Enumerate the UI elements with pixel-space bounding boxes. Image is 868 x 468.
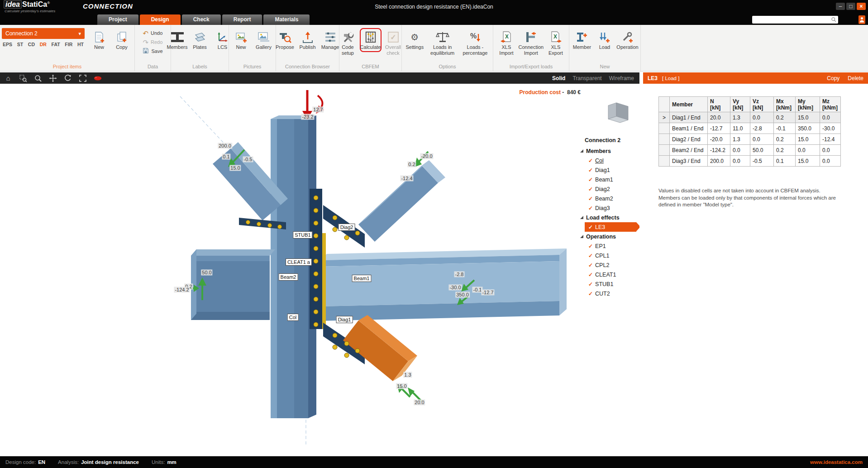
calculate-button[interactable]: Calculate xyxy=(360,28,382,52)
code-st[interactable]: ST xyxy=(17,42,23,47)
connection-import-button[interactable]: Connection Import xyxy=(519,28,544,57)
app-window: ideaStatiCa® Calculate yesterday's estim… xyxy=(0,0,868,468)
new-project-item-button[interactable]: New xyxy=(88,28,110,52)
zoom-window-button[interactable] xyxy=(19,74,28,83)
pan-button[interactable] xyxy=(48,74,57,83)
tree-item-diag1[interactable]: ✓Diag1 xyxy=(578,165,639,175)
tree-item-cpl1[interactable]: ✓CPL1 xyxy=(578,251,639,260)
xls-export-button[interactable]: X XLS Export xyxy=(544,28,567,57)
close-button[interactable]: × xyxy=(857,3,866,10)
minimize-button[interactable]: – xyxy=(836,3,845,10)
tab-report[interactable]: Report xyxy=(222,14,262,25)
gear-icon: ⚙ xyxy=(410,30,419,44)
tree-item-beam2[interactable]: ✓Beam2 xyxy=(578,194,639,203)
propose-icon xyxy=(279,30,291,44)
table-row-diag3-end[interactable]: Diag3 / End200.00.0-0.50.115.00.0 xyxy=(659,156,841,167)
website-link[interactable]: www.ideastatica.com xyxy=(810,459,863,465)
maximize-button[interactable]: □ xyxy=(846,3,855,10)
display-mode-solid[interactable]: Solid xyxy=(552,75,565,81)
ribbon-group-connection-browser: Propose Publish Manage Connection Browse… xyxy=(276,25,339,71)
overall-check-button[interactable]: ✓ Overall check xyxy=(382,28,404,57)
undo-button[interactable]: ↶ Undo xyxy=(141,29,164,37)
settings-button[interactable]: ⚙ Settings xyxy=(404,28,426,52)
diag2-member[interactable] xyxy=(358,160,445,242)
tree-section-load-effects[interactable]: Load effects xyxy=(578,213,639,222)
orientation-widget[interactable] xyxy=(608,103,628,123)
tree-item-cut2[interactable]: ✓CUT2 xyxy=(578,289,639,298)
save-button[interactable]: Save xyxy=(141,47,164,55)
tab-check[interactable]: Check xyxy=(182,14,221,25)
table-row-beam1-end[interactable]: Beam1 / End-12.711.0-2.8-0.1350.0-30.0 xyxy=(659,123,841,134)
calculate-icon xyxy=(364,30,377,44)
tree-item-diag2[interactable]: ✓Diag2 xyxy=(578,184,639,194)
code-dr[interactable]: DR xyxy=(40,42,47,47)
xls-import-button[interactable]: X XLS Import xyxy=(495,28,518,57)
tab-design[interactable]: Design xyxy=(140,14,181,25)
display-modes: SolidTransparentWireframe xyxy=(552,75,636,81)
publish-button[interactable]: Publish xyxy=(297,28,319,52)
search-box[interactable] xyxy=(752,16,838,24)
xls-import-icon: X xyxy=(500,30,513,44)
tab-materials[interactable]: Materials xyxy=(263,14,310,25)
search-input[interactable] xyxy=(754,17,831,23)
viewport-toolbar: ⌂ SolidTransparent xyxy=(0,72,639,84)
group-label-connection-browser: Connection Browser xyxy=(276,63,339,71)
zoom-fit-button[interactable] xyxy=(78,74,87,83)
connection-selector[interactable]: Connection 2 ▾ xyxy=(2,28,85,39)
tree-item-diag3[interactable]: ✓Diag3 xyxy=(578,203,639,213)
col-member[interactable] xyxy=(271,115,316,418)
tree-item-cpl2[interactable]: ✓CPL2 xyxy=(578,260,639,270)
code-ht[interactable]: HT xyxy=(77,42,84,47)
tree-item-le3[interactable]: ✓LE3 xyxy=(585,222,636,232)
members-labels-button[interactable]: Members xyxy=(167,28,188,52)
display-mode-wireframe[interactable]: Wireframe xyxy=(609,75,634,81)
paint-results-button[interactable] xyxy=(93,74,102,83)
user-account-icon[interactable] xyxy=(858,15,865,24)
code-setup-button[interactable]: Code setup xyxy=(337,28,359,57)
copy-project-item-button[interactable]: Copy xyxy=(111,28,133,52)
home-view-button[interactable]: ⌂ xyxy=(4,74,13,83)
tree-section-members[interactable]: Members xyxy=(578,146,639,156)
zoom-button[interactable] xyxy=(33,74,43,83)
new-load-button[interactable]: Load xyxy=(594,28,615,52)
loads-percentage-button[interactable]: % Loads - percentage xyxy=(459,28,491,57)
rotate-button[interactable] xyxy=(63,74,72,83)
code-cd[interactable]: CD xyxy=(28,42,35,47)
delete-load-button[interactable]: Delete xyxy=(848,75,863,81)
diag1-member[interactable] xyxy=(343,315,417,381)
code-eps[interactable]: EPS xyxy=(3,42,12,47)
tab-project[interactable]: Project xyxy=(97,14,138,25)
tree-item-cleat1[interactable]: ✓CLEAT1 xyxy=(578,270,639,279)
new-picture-button[interactable]: New xyxy=(230,28,252,52)
connection-3d-scene[interactable] xyxy=(0,84,639,456)
redo-button[interactable]: ↷ Redo xyxy=(141,38,164,46)
new-operation-button[interactable]: Operation xyxy=(616,28,639,52)
load-table: MemberN[kN]Vy[kN]Vz[kN]Mx[kNm]My[kNm]Mz[… xyxy=(658,96,841,167)
copy-load-button[interactable]: Copy xyxy=(827,75,839,81)
tree-root[interactable]: Connection 2 xyxy=(578,136,639,146)
table-row-diag1-end[interactable]: >Diag1 / End20.01.30.00.215.00.0 xyxy=(659,112,841,123)
plates-labels-button[interactable]: Plates xyxy=(189,28,211,52)
table-row-diag2-end[interactable]: Diag2 / End-20.01.30.00.215.0-12.4 xyxy=(659,134,841,145)
code-fir[interactable]: FIR xyxy=(65,42,72,47)
tree-item-col[interactable]: ✓Col xyxy=(578,156,639,165)
new-member-button[interactable]: Member xyxy=(571,28,593,52)
new-picture-icon xyxy=(235,30,247,44)
tree-item-stub1[interactable]: ✓STUB1 xyxy=(578,279,639,289)
gallery-button[interactable]: Gallery xyxy=(253,28,275,52)
titlebar: ideaStatiCa® Calculate yesterday's estim… xyxy=(0,0,868,14)
beam1-member[interactable] xyxy=(320,248,567,321)
connection-selector-value: Connection 2 xyxy=(5,30,38,37)
table-row-beam2-end[interactable]: Beam2 / End-124.20.050.00.20.00.0 xyxy=(659,145,841,156)
tree-item-beam1[interactable]: ✓Beam1 xyxy=(578,175,639,184)
viewport-3d[interactable]: STUB1CLEAT1 aBeam2Beam1ColDiag2Diag112.7… xyxy=(0,84,639,456)
rotate-icon xyxy=(64,74,72,82)
loads-in-equilibrium-button[interactable]: Loads in equilibrium xyxy=(427,28,458,57)
search-icon xyxy=(831,16,836,24)
display-mode-transparent[interactable]: Transparent xyxy=(572,75,601,81)
ribbon: Connection 2 ▾ EPSSTCDDRFATFIRHT New Cop… xyxy=(0,25,868,72)
tree-section-operations[interactable]: Operations xyxy=(578,232,639,241)
code-fat[interactable]: FAT xyxy=(52,42,60,47)
propose-button[interactable]: Propose xyxy=(274,28,296,52)
tree-item-ep1[interactable]: ✓EP1 xyxy=(578,241,639,251)
